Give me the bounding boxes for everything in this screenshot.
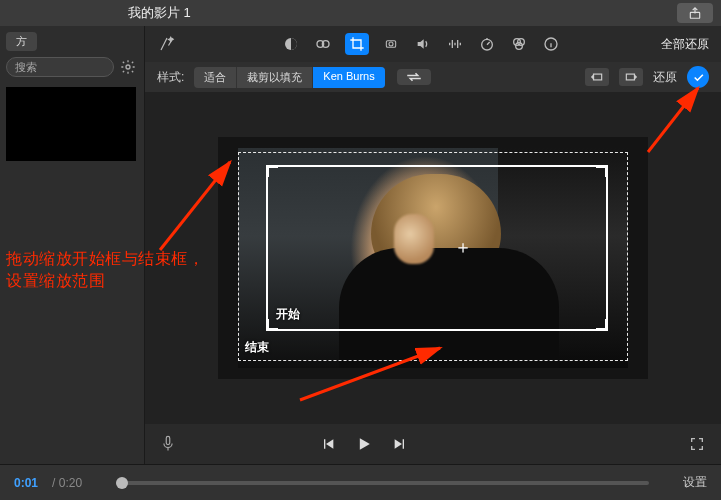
crop-icon[interactable] [345, 33, 369, 55]
auto-enhance-icon[interactable] [157, 34, 177, 54]
mic-icon[interactable] [161, 435, 179, 453]
kenburns-start-box[interactable]: 开始 ＋ [266, 165, 608, 331]
crosshair-icon: ＋ [454, 235, 472, 259]
svg-rect-14 [166, 436, 170, 444]
annotation-text: 拖动缩放开始框与结束框，设置缩放范围 [6, 248, 204, 292]
color-balance-icon[interactable] [281, 34, 301, 54]
fullscreen-icon[interactable] [689, 436, 705, 452]
svg-point-6 [389, 42, 393, 46]
seg-fill[interactable]: 裁剪以填充 [237, 67, 313, 88]
prev-button[interactable] [320, 436, 336, 452]
next-button[interactable] [392, 436, 408, 452]
svg-rect-12 [594, 74, 602, 80]
inspector-toolstrip: 全部还原 [145, 26, 721, 62]
filter-icon[interactable] [509, 34, 529, 54]
library-tab[interactable]: 方 [6, 32, 37, 51]
stabilization-icon[interactable] [381, 34, 401, 54]
color-correction-icon[interactable] [313, 34, 333, 54]
zoom-slider[interactable] [116, 481, 649, 485]
svg-point-1 [126, 65, 130, 69]
seg-kenburns[interactable]: Ken Burns [313, 67, 384, 88]
style-label: 样式: [157, 69, 184, 86]
swap-button[interactable] [397, 69, 431, 85]
clip-thumbnail[interactable] [6, 87, 136, 161]
rotate-ccw-button[interactable] [585, 68, 609, 86]
search-input[interactable]: 搜索 [6, 57, 114, 77]
reset-button[interactable]: 还原 [653, 69, 677, 86]
svg-point-10 [516, 43, 523, 50]
share-button[interactable] [677, 3, 713, 23]
transport-bar [145, 424, 721, 464]
info-icon[interactable] [541, 34, 561, 54]
library-panel: 方 搜索 [0, 26, 145, 464]
play-button[interactable] [354, 434, 374, 454]
volume-icon[interactable] [413, 34, 433, 54]
viewer: 结束 开始 ＋ [145, 92, 721, 424]
settings-button[interactable]: 设置 [683, 474, 707, 491]
end-label: 结束 [245, 339, 269, 356]
speed-icon[interactable] [477, 34, 497, 54]
seg-fit[interactable]: 适合 [194, 67, 237, 88]
noise-reduction-icon[interactable] [445, 34, 465, 54]
apply-button[interactable] [687, 66, 709, 88]
start-label: 开始 [276, 306, 300, 323]
project-title: 我的影片 1 [128, 4, 191, 22]
rotate-cw-button[interactable] [619, 68, 643, 86]
restore-all-button[interactable]: 全部还原 [661, 36, 709, 53]
crop-options: 样式: 适合 裁剪以填充 Ken Burns 还原 [145, 62, 721, 92]
gear-icon[interactable] [118, 57, 138, 77]
crop-style-segment[interactable]: 适合 裁剪以填充 Ken Burns [194, 67, 384, 88]
video-frame[interactable]: 结束 开始 ＋ [218, 137, 648, 379]
time-duration: / 0:20 [52, 476, 82, 490]
svg-rect-13 [626, 74, 634, 80]
time-current: 0:01 [14, 476, 38, 490]
timeline-bar: 0:01 / 0:20 设置 [0, 464, 721, 500]
